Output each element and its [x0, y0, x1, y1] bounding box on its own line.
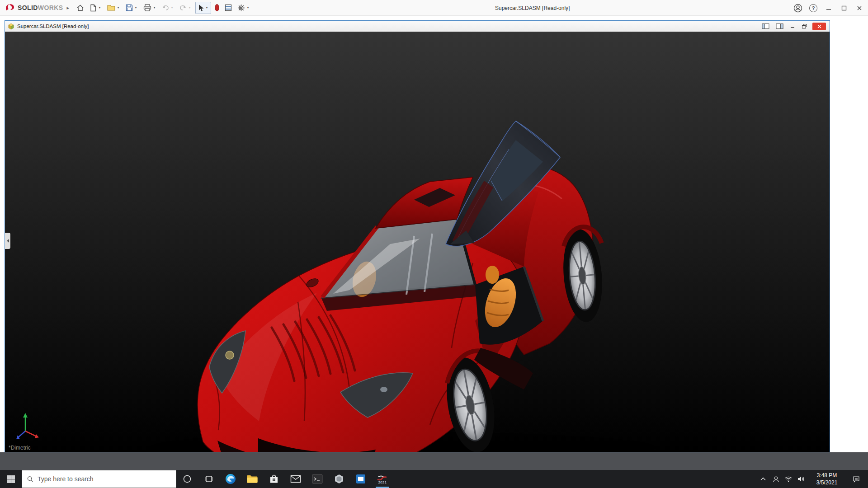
print-button[interactable]: ▾ — [142, 1, 158, 14]
open-button[interactable]: ▾ — [105, 1, 122, 14]
home-icon — [76, 4, 85, 12]
search-input[interactable] — [38, 475, 171, 483]
doc-minimize-icon — [790, 24, 795, 28]
taskbar-spacer — [393, 470, 757, 488]
collapse-arrow-icon — [7, 239, 9, 243]
open-dropdown[interactable]: ▾ — [116, 1, 121, 14]
mail-icon — [290, 475, 301, 483]
edge-icon — [225, 473, 236, 485]
action-center-icon — [853, 476, 860, 483]
taskbar-clock[interactable]: 3:48 PM 3/5/2021 — [807, 470, 846, 488]
new-document-icon — [89, 4, 97, 12]
new-document-button[interactable]: ▾ — [88, 1, 104, 14]
quick-access-toolbar: ▾ ▾ ▾ ▾ ▾ ▾ ▾ — [75, 0, 252, 15]
window-controls: ? — [790, 0, 867, 16]
start-button[interactable] — [0, 470, 22, 488]
taskbar-edrawings-icon[interactable] — [328, 470, 350, 488]
file-explorer-icon — [246, 474, 258, 484]
undo-dropdown[interactable]: ▾ — [170, 1, 175, 14]
doc-restore-button[interactable] — [800, 22, 809, 30]
help-button[interactable]: ? — [806, 0, 821, 16]
tray-volume-button[interactable] — [795, 470, 807, 488]
options-dropdown[interactable]: ▾ — [245, 1, 250, 14]
solidworks-version-badge: 2021 — [378, 480, 387, 484]
help-icon: ? — [809, 4, 817, 12]
open-folder-icon — [107, 4, 116, 12]
brand-light: WORKS — [38, 4, 63, 11]
file-properties-icon — [224, 4, 232, 12]
split-pane-right-icon — [776, 23, 783, 29]
doc-close-icon — [817, 24, 822, 29]
cortana-button[interactable] — [176, 470, 198, 488]
taskbar-edge-icon[interactable] — [220, 470, 241, 488]
undo-icon — [161, 4, 170, 11]
split-pane-left-icon — [762, 23, 769, 29]
task-view-button[interactable] — [198, 470, 220, 488]
system-tray: 3:48 PM 3/5/2021 — [757, 470, 868, 488]
minimize-icon — [826, 5, 831, 11]
action-center-button[interactable] — [846, 470, 866, 488]
tray-network-button[interactable] — [782, 470, 795, 488]
select-tool-button[interactable]: ▾ — [195, 2, 211, 14]
assembly-document-icon — [8, 23, 14, 30]
maximize-button[interactable] — [836, 0, 852, 16]
view-orientation-label: *Dimetric — [9, 445, 31, 451]
hexagon-app-icon — [334, 474, 344, 484]
select-dropdown[interactable]: ▾ — [204, 1, 209, 14]
windows-taskbar: 2021 3:48 PM 3/5/2021 — [0, 470, 868, 488]
3dexperience-button[interactable] — [213, 1, 221, 14]
save-dropdown[interactable]: ▾ — [133, 1, 138, 14]
redo-button[interactable]: ▾ — [178, 1, 193, 14]
maximize-icon — [841, 5, 847, 11]
featuremanager-collapse-tab[interactable] — [5, 233, 10, 249]
print-dropdown[interactable]: ▾ — [152, 1, 157, 14]
solidworks-application: SOLIDWORKS ▸ ▾ ▾ ▾ ▾ — [0, 0, 868, 488]
document-window-controls — [760, 22, 828, 30]
search-icon — [27, 476, 33, 483]
doc-restore-icon — [802, 23, 807, 29]
taskbar-store-icon[interactable] — [263, 470, 285, 488]
taskbar-terminal-icon[interactable] — [307, 470, 328, 488]
windows-logo-icon — [7, 475, 15, 483]
home-button[interactable] — [75, 1, 86, 14]
mdi-background — [0, 452, 868, 470]
document-titlebar[interactable]: Supercar.SLDASM [Read-only] — [5, 21, 830, 32]
account-button[interactable] — [790, 0, 806, 16]
pane-right-button[interactable] — [774, 22, 785, 30]
store-icon — [269, 474, 279, 484]
close-button[interactable] — [852, 0, 867, 16]
dassault-systemes-logo-icon — [5, 3, 15, 12]
terminal-icon — [312, 474, 323, 484]
taskbar-solidworks-icon[interactable]: 2021 — [372, 470, 393, 488]
orientation-triad — [13, 410, 41, 443]
supercar-3d-model[interactable] — [5, 32, 830, 452]
toolbar-flyout-arrow[interactable]: ▸ — [66, 5, 75, 11]
account-icon — [793, 3, 803, 13]
blue-window-app-icon — [355, 474, 366, 484]
taskbar-file-explorer-icon[interactable] — [241, 470, 263, 488]
undo-button[interactable]: ▾ — [160, 1, 176, 14]
new-document-dropdown[interactable]: ▾ — [97, 1, 102, 14]
doc-minimize-button[interactable] — [788, 22, 797, 30]
print-icon — [143, 4, 152, 12]
redo-dropdown[interactable]: ▾ — [187, 1, 192, 14]
speaker-icon — [797, 476, 805, 482]
graphics-viewport[interactable]: *Dimetric — [5, 32, 830, 452]
doc-close-button[interactable] — [812, 23, 826, 30]
tray-contact-button[interactable] — [769, 470, 782, 488]
minimize-button[interactable] — [821, 0, 836, 16]
taskbar-photos-icon[interactable] — [350, 470, 372, 488]
save-button[interactable]: ▾ — [124, 1, 140, 14]
hidden-icons-button[interactable] — [757, 470, 769, 488]
options-button[interactable]: ▾ — [236, 1, 252, 14]
gear-icon — [237, 4, 245, 12]
brand-name: SOLIDWORKS — [18, 4, 63, 11]
clock-date: 3/5/2021 — [816, 479, 838, 486]
taskbar-search[interactable] — [22, 470, 176, 488]
brand-bold: SOLID — [18, 4, 38, 11]
taskbar-mail-icon[interactable] — [285, 470, 307, 488]
redo-icon — [179, 4, 187, 11]
clock-time: 3:48 PM — [817, 472, 837, 479]
pane-left-button[interactable] — [760, 22, 771, 30]
file-properties-button[interactable] — [223, 1, 234, 14]
